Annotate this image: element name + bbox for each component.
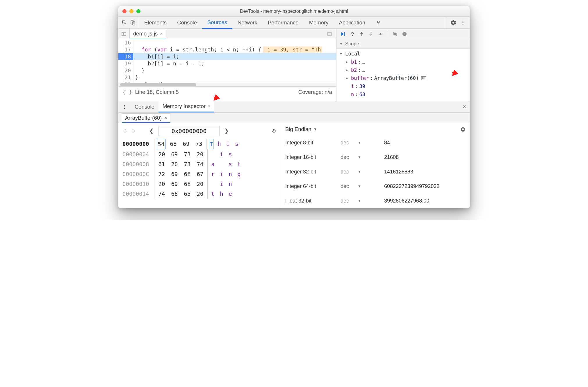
ascii-char[interactable]: g — [237, 169, 241, 179]
scope-local-row[interactable]: ▼Local — [339, 50, 470, 58]
hex-byte[interactable]: 69 — [170, 149, 179, 159]
format-dropdown-icon[interactable]: ▼ — [358, 135, 361, 150]
code-line[interactable]: 17 for (var i = str.length; i < n; ++i) … — [118, 46, 336, 53]
hex-byte[interactable]: 73 — [195, 139, 203, 149]
value-format[interactable]: dec — [341, 164, 349, 179]
hex-byte[interactable]: 65 — [183, 189, 192, 199]
hex-byte[interactable]: 72 — [157, 169, 166, 179]
ascii-char[interactable] — [211, 179, 215, 189]
hex-row[interactable]: 0000000861207374a st — [122, 159, 277, 169]
device-toggle-icon[interactable] — [130, 20, 136, 26]
code-line[interactable]: 19 b2[i] = n - i - 1; — [118, 60, 336, 67]
hex-byte[interactable]: 73 — [183, 149, 192, 159]
ascii-char[interactable]: e — [228, 189, 233, 199]
history-back-icon[interactable] — [122, 128, 128, 134]
ascii-char[interactable]: t — [237, 159, 241, 169]
step-out-icon[interactable] — [368, 31, 374, 37]
address-input[interactable] — [158, 126, 220, 136]
interpreter-settings-icon[interactable] — [460, 127, 466, 132]
deactivate-breakpoints-icon[interactable] — [393, 31, 398, 37]
refresh-icon[interactable] — [271, 128, 277, 134]
reveal-in-memory-icon[interactable] — [421, 76, 426, 80]
show-navigator-icon[interactable] — [118, 29, 130, 39]
endianness-label[interactable]: Big Endian — [285, 126, 311, 132]
ascii-char[interactable] — [219, 159, 224, 169]
code-line[interactable]: 20 } — [118, 67, 336, 74]
tab-elements[interactable]: Elements — [139, 17, 172, 28]
hex-byte[interactable]: 20 — [196, 179, 204, 189]
code-line[interactable]: 16 — [118, 39, 336, 46]
editor-hscrollbar[interactable] — [118, 83, 336, 86]
code-line[interactable]: 18 b1[i] = i; — [118, 53, 336, 60]
hex-byte[interactable]: 6E — [183, 179, 192, 189]
ascii-char[interactable]: s — [234, 139, 239, 149]
ascii-char[interactable] — [211, 149, 215, 159]
hex-byte[interactable]: 69 — [170, 169, 179, 179]
close-file-tab-icon[interactable]: × — [160, 31, 162, 36]
value-format[interactable]: dec — [341, 150, 349, 164]
hex-byte[interactable]: 20 — [196, 149, 204, 159]
tab-network[interactable]: Network — [232, 17, 263, 28]
ascii-char[interactable] — [237, 149, 241, 159]
hex-byte[interactable]: 20 — [157, 179, 166, 189]
hex-byte[interactable]: 54 — [157, 139, 165, 149]
hex-byte[interactable]: 20 — [170, 159, 179, 169]
kebab-menu-icon[interactable] — [460, 20, 466, 25]
hex-byte[interactable]: 69 — [170, 179, 179, 189]
ascii-char[interactable]: r — [211, 169, 215, 179]
tab-performance[interactable]: Performance — [263, 17, 304, 28]
hex-row[interactable]: 0000000C72696E67ring — [122, 169, 277, 179]
drawer-menu-icon[interactable] — [118, 104, 131, 110]
code-line[interactable]: 22runDemo(); — [118, 81, 336, 83]
ascii-char[interactable]: t — [211, 189, 215, 199]
ascii-char[interactable]: i — [226, 139, 230, 149]
hex-byte[interactable]: 68 — [170, 189, 179, 199]
format-dropdown-icon[interactable]: ▼ — [358, 193, 361, 208]
prev-page-icon[interactable]: ❮ — [147, 128, 156, 134]
hex-row[interactable]: 0000000054686973This — [122, 139, 277, 149]
ascii-char[interactable] — [237, 189, 241, 199]
ascii-char[interactable]: n — [228, 179, 233, 189]
ascii-char[interactable] — [237, 179, 241, 189]
tab-memory[interactable]: Memory — [304, 17, 334, 28]
format-dropdown-icon[interactable]: ▼ — [358, 150, 361, 164]
code-editor[interactable]: 1617 for (var i = str.length; i < n; ++i… — [118, 39, 336, 83]
close-drawer-tab-icon[interactable]: × — [208, 104, 210, 109]
close-buffer-tab-icon[interactable]: × — [164, 115, 167, 121]
format-dropdown-icon[interactable]: ▼ — [358, 179, 361, 193]
ascii-char[interactable]: i — [219, 149, 224, 159]
buffer-tab[interactable]: ArrayBuffer(60) × — [122, 113, 170, 123]
ascii-char[interactable]: s — [228, 159, 233, 169]
scope-section-header[interactable]: ▼ Scope — [336, 39, 470, 49]
step-icon[interactable] — [378, 31, 383, 37]
ascii-char[interactable]: i — [219, 169, 224, 179]
value-format[interactable]: dec — [341, 179, 349, 193]
step-over-icon[interactable] — [350, 31, 355, 37]
ascii-char[interactable]: n — [228, 169, 233, 179]
scope-var-i[interactable]: i: 39 — [345, 82, 470, 90]
tab-application[interactable]: Application — [334, 17, 370, 28]
endianness-dropdown-icon[interactable]: ▼ — [313, 127, 317, 131]
close-drawer-icon[interactable]: × — [463, 103, 466, 110]
drawer-tab-console[interactable]: Console — [131, 101, 158, 112]
scope-var-n[interactable]: n: 60 — [345, 90, 470, 98]
ascii-char[interactable]: h — [217, 139, 222, 149]
hex-byte[interactable]: 68 — [169, 139, 178, 149]
value-format[interactable]: dec — [341, 135, 349, 150]
file-tab-demo-js[interactable]: demo-js.js × — [130, 29, 166, 39]
hex-byte[interactable]: 6E — [183, 169, 192, 179]
hex-byte[interactable]: 69 — [182, 139, 190, 149]
hex-row[interactable]: 0000000420697320 is — [122, 149, 277, 159]
drawer-tab-memory-inspector[interactable]: Memory Inspector× — [158, 101, 214, 112]
step-into-icon[interactable] — [359, 31, 364, 37]
ascii-char[interactable]: s — [228, 149, 233, 159]
code-line[interactable]: 21} — [118, 74, 336, 81]
settings-gear-icon[interactable] — [450, 20, 456, 26]
history-forward-icon[interactable] — [131, 128, 136, 134]
format-dropdown-icon[interactable]: ▼ — [358, 164, 361, 179]
resume-icon[interactable] — [340, 31, 346, 37]
hex-byte[interactable]: 74 — [196, 159, 204, 169]
hex-byte[interactable]: 67 — [196, 169, 204, 179]
ascii-char[interactable]: a — [211, 159, 215, 169]
pause-on-exceptions-icon[interactable] — [402, 31, 407, 37]
